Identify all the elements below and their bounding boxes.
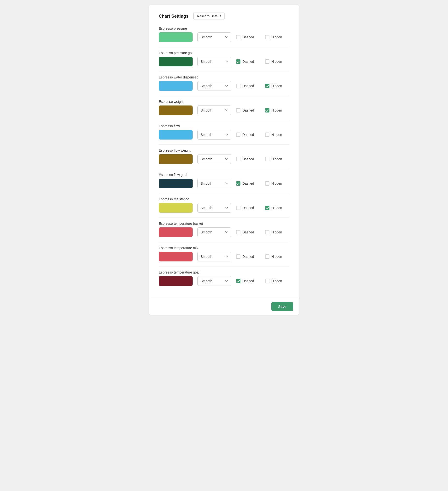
smooth-select-espresso-flow[interactable]: SmoothLinearStep bbox=[197, 130, 231, 140]
row-divider bbox=[159, 71, 289, 71]
color-swatch-espresso-flow[interactable] bbox=[159, 130, 193, 140]
color-swatch-espresso-resistance[interactable] bbox=[159, 203, 193, 213]
dashed-label-espresso-water-dispensed[interactable]: Dashed bbox=[236, 84, 260, 88]
row-divider bbox=[159, 144, 289, 145]
chart-row-espresso-temperature-basket: Espresso temperature basketSmoothLinearS… bbox=[159, 222, 289, 242]
hidden-label-espresso-resistance[interactable]: Hidden bbox=[265, 206, 289, 210]
hidden-checkbox-espresso-resistance[interactable] bbox=[265, 206, 269, 210]
smooth-select-espresso-temperature-basket[interactable]: SmoothLinearStep bbox=[197, 227, 231, 237]
dashed-text-espresso-resistance: Dashed bbox=[242, 206, 254, 210]
row-divider bbox=[159, 266, 289, 266]
hidden-checkbox-espresso-pressure[interactable] bbox=[265, 35, 269, 39]
hidden-text-espresso-flow-goal: Hidden bbox=[271, 181, 282, 185]
hidden-text-espresso-flow: Hidden bbox=[271, 133, 282, 137]
color-swatch-espresso-water-dispensed[interactable] bbox=[159, 81, 193, 91]
reset-to-default-button[interactable]: Reset to Default bbox=[193, 13, 225, 20]
chart-row-espresso-pressure-goal: Espresso pressure goalSmoothLinearStepDa… bbox=[159, 51, 289, 71]
hidden-checkbox-espresso-water-dispensed[interactable] bbox=[265, 84, 269, 88]
dashed-checkbox-espresso-flow-goal[interactable] bbox=[236, 181, 240, 186]
color-swatch-espresso-flow-weight[interactable] bbox=[159, 154, 193, 164]
hidden-label-espresso-pressure-goal[interactable]: Hidden bbox=[265, 59, 289, 64]
hidden-label-espresso-temperature-basket[interactable]: Hidden bbox=[265, 230, 289, 234]
hidden-label-espresso-flow-weight[interactable]: Hidden bbox=[265, 157, 289, 161]
hidden-label-espresso-pressure[interactable]: Hidden bbox=[265, 35, 289, 39]
hidden-checkbox-espresso-weight[interactable] bbox=[265, 108, 269, 113]
color-swatch-espresso-pressure-goal[interactable] bbox=[159, 57, 193, 66]
dashed-label-espresso-resistance[interactable]: Dashed bbox=[236, 206, 260, 210]
hidden-checkbox-espresso-temperature-goal[interactable] bbox=[265, 279, 269, 283]
smooth-select-espresso-flow-weight[interactable]: SmoothLinearStep bbox=[197, 154, 231, 164]
label-espresso-pressure-goal: Espresso pressure goal bbox=[159, 51, 289, 55]
smooth-select-espresso-resistance[interactable]: SmoothLinearStep bbox=[197, 203, 231, 213]
dashed-label-espresso-weight[interactable]: Dashed bbox=[236, 108, 260, 113]
controls-espresso-resistance: SmoothLinearStepDashedHidden bbox=[159, 203, 289, 213]
dashed-text-espresso-temperature-basket: Dashed bbox=[242, 230, 254, 234]
hidden-checkbox-espresso-flow-goal[interactable] bbox=[265, 181, 269, 186]
dashed-text-espresso-pressure: Dashed bbox=[242, 35, 254, 39]
dashed-checkbox-espresso-pressure[interactable] bbox=[236, 35, 240, 39]
hidden-label-espresso-flow[interactable]: Hidden bbox=[265, 132, 289, 137]
dashed-checkbox-espresso-flow[interactable] bbox=[236, 132, 240, 137]
chart-row-espresso-resistance: Espresso resistanceSmoothLinearStepDashe… bbox=[159, 197, 289, 218]
dashed-checkbox-espresso-temperature-goal[interactable] bbox=[236, 279, 240, 283]
smooth-select-espresso-weight[interactable]: SmoothLinearStep bbox=[197, 105, 231, 115]
dashed-checkbox-espresso-resistance[interactable] bbox=[236, 206, 240, 210]
dashed-label-espresso-flow-goal[interactable]: Dashed bbox=[236, 181, 260, 186]
dashed-label-espresso-flow-weight[interactable]: Dashed bbox=[236, 157, 260, 161]
smooth-select-espresso-pressure[interactable]: SmoothLinearStep bbox=[197, 32, 231, 42]
chart-row-espresso-water-dispensed: Espresso water dispensedSmoothLinearStep… bbox=[159, 75, 289, 96]
label-espresso-flow-goal: Espresso flow goal bbox=[159, 173, 289, 177]
save-button[interactable]: Save bbox=[271, 302, 293, 311]
color-swatch-espresso-temperature-mix[interactable] bbox=[159, 252, 193, 261]
label-espresso-flow: Espresso flow bbox=[159, 124, 289, 128]
color-swatch-espresso-flow-goal[interactable] bbox=[159, 179, 193, 188]
hidden-checkbox-espresso-temperature-mix[interactable] bbox=[265, 255, 269, 259]
color-swatch-espresso-temperature-basket[interactable] bbox=[159, 227, 193, 237]
hidden-text-espresso-temperature-mix: Hidden bbox=[271, 255, 282, 259]
smooth-select-espresso-temperature-mix[interactable]: SmoothLinearStep bbox=[197, 252, 231, 261]
dashed-text-espresso-flow-weight: Dashed bbox=[242, 157, 254, 161]
row-divider bbox=[159, 47, 289, 47]
hidden-checkbox-espresso-flow-weight[interactable] bbox=[265, 157, 269, 161]
dashed-checkbox-espresso-temperature-mix[interactable] bbox=[236, 255, 240, 259]
color-swatch-espresso-pressure[interactable] bbox=[159, 32, 193, 42]
hidden-checkbox-espresso-flow[interactable] bbox=[265, 132, 269, 137]
row-divider bbox=[159, 169, 289, 169]
dashed-text-espresso-temperature-mix: Dashed bbox=[242, 255, 254, 259]
hidden-label-espresso-weight[interactable]: Hidden bbox=[265, 108, 289, 113]
smooth-select-espresso-water-dispensed[interactable]: SmoothLinearStep bbox=[197, 81, 231, 91]
dashed-checkbox-espresso-pressure-goal[interactable] bbox=[236, 59, 240, 64]
smooth-select-espresso-flow-goal[interactable]: SmoothLinearStep bbox=[197, 179, 231, 188]
hidden-text-espresso-flow-weight: Hidden bbox=[271, 157, 282, 161]
row-divider bbox=[159, 193, 289, 193]
hidden-label-espresso-temperature-mix[interactable]: Hidden bbox=[265, 255, 289, 259]
dashed-checkbox-espresso-water-dispensed[interactable] bbox=[236, 84, 240, 88]
chart-row-espresso-flow-weight: Espresso flow weightSmoothLinearStepDash… bbox=[159, 149, 289, 169]
hidden-checkbox-espresso-temperature-basket[interactable] bbox=[265, 230, 269, 234]
chart-row-espresso-flow: Espresso flowSmoothLinearStepDashedHidde… bbox=[159, 124, 289, 145]
hidden-checkbox-espresso-pressure-goal[interactable] bbox=[265, 59, 269, 64]
color-swatch-espresso-temperature-goal[interactable] bbox=[159, 276, 193, 286]
dashed-label-espresso-temperature-mix[interactable]: Dashed bbox=[236, 255, 260, 259]
hidden-label-espresso-temperature-goal[interactable]: Hidden bbox=[265, 279, 289, 283]
panel-header: Chart Settings Reset to Default bbox=[159, 13, 289, 20]
dashed-label-espresso-temperature-basket[interactable]: Dashed bbox=[236, 230, 260, 234]
hidden-label-espresso-water-dispensed[interactable]: Hidden bbox=[265, 84, 289, 88]
controls-espresso-temperature-mix: SmoothLinearStepDashedHidden bbox=[159, 252, 289, 261]
dashed-checkbox-espresso-flow-weight[interactable] bbox=[236, 157, 240, 161]
dashed-checkbox-espresso-temperature-basket[interactable] bbox=[236, 230, 240, 234]
panel-footer: Save bbox=[149, 298, 299, 315]
dashed-label-espresso-flow[interactable]: Dashed bbox=[236, 132, 260, 137]
color-swatch-espresso-weight[interactable] bbox=[159, 105, 193, 115]
row-divider bbox=[159, 120, 289, 120]
dashed-label-espresso-pressure-goal[interactable]: Dashed bbox=[236, 59, 260, 64]
smooth-select-espresso-temperature-goal[interactable]: SmoothLinearStep bbox=[197, 276, 231, 286]
dashed-label-espresso-pressure[interactable]: Dashed bbox=[236, 35, 260, 39]
hidden-label-espresso-flow-goal[interactable]: Hidden bbox=[265, 181, 289, 186]
smooth-select-espresso-pressure-goal[interactable]: SmoothLinearStep bbox=[197, 57, 231, 66]
dashed-checkbox-espresso-weight[interactable] bbox=[236, 108, 240, 113]
controls-espresso-water-dispensed: SmoothLinearStepDashedHidden bbox=[159, 81, 289, 91]
controls-espresso-flow-weight: SmoothLinearStepDashedHidden bbox=[159, 154, 289, 164]
label-espresso-temperature-goal: Espresso temperature goal bbox=[159, 270, 289, 274]
dashed-label-espresso-temperature-goal[interactable]: Dashed bbox=[236, 279, 260, 283]
